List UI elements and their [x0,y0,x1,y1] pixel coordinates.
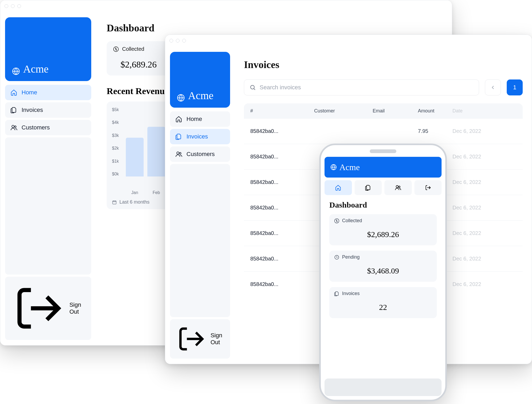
svg-rect-4 [113,201,116,204]
col-customer: Customer [314,108,373,114]
signout-button[interactable]: Sign Out [5,277,91,340]
y-tick: $2k [112,146,124,151]
traffic-light-close[interactable] [5,4,8,8]
cell-date: Dec 6, 2022 [452,205,500,211]
document-duplicate-icon [175,133,182,140]
traffic-light-min[interactable] [176,39,180,43]
calendar-icon [112,200,117,205]
table-row[interactable]: 85842ba0...7.95Dec 6, 2022 [244,118,523,144]
signout-label: Sign Out [69,301,86,315]
home-icon [335,184,341,191]
chart-footer-label: Last 6 months [119,199,149,205]
svg-point-2 [14,126,16,128]
chart-y-axis: $5k $4k $3k $2k $1k $0k [112,107,124,176]
nav-home[interactable]: Home [5,85,91,100]
search-placeholder: Search invoices [260,84,301,91]
users-icon [175,151,182,158]
stat-collected-value: $2,689.26 [334,224,432,242]
brand-name: Acme [188,89,214,102]
document-duplicate-icon [10,107,17,113]
traffic-light-max[interactable] [182,39,186,43]
arrow-left-icon [490,85,496,90]
revenue-chart-card: $5k $4k $3k $2k $1k $0k Jan Feb [107,102,171,209]
cell-date: Dec 6, 2022 [452,281,500,287]
stat-card-collected: Collected $2,689.26 [329,214,437,245]
cell-date: Dec 6, 2022 [452,179,500,185]
stat-invoices-label: Invoices [342,291,360,296]
traffic-light-close[interactable] [169,39,173,43]
nav-customers-label: Customers [22,124,50,131]
stat-collected-value: $2,689.26 [113,52,164,71]
document-duplicate-icon [334,291,339,296]
chart-bar [126,138,144,176]
signout-icon [10,281,65,336]
mobile-nav [325,180,442,195]
stat-collected-label: Collected [342,218,362,224]
nav-home-label: Home [186,116,202,123]
cell-invoice-number: 85842ba0... [250,154,314,160]
nav-invoices[interactable]: Invoices [170,129,230,144]
cell-date: Dec 6, 2022 [452,256,500,262]
cell-date: Dec 6, 2022 [452,230,500,236]
currency-dollar-icon [113,46,119,52]
table-header: # Customer Email Amount Date [244,103,523,118]
brand-tile: Acme [5,17,91,81]
y-tick: $4k [112,120,124,125]
tab-signout[interactable] [414,180,442,195]
phone-bottom-bar [325,378,442,396]
tab-customers[interactable] [384,180,412,195]
page-title: Invoices [244,59,523,70]
window-titlebar [0,0,452,12]
page-title: Dashboard [329,200,437,209]
nav-customers[interactable]: Customers [5,120,91,135]
window-titlebar [165,35,532,47]
nav-customers[interactable]: Customers [170,146,230,162]
svg-point-7 [179,153,181,154]
col-amount: Amount [418,108,452,114]
stat-invoices-value: 22 [334,296,432,314]
globe-icon [12,67,20,75]
y-tick: $0k [112,172,124,176]
stat-card-invoices: Invoices 22 [329,287,437,318]
revenue-chart: $5k $4k $3k $2k $1k $0k [112,107,165,187]
traffic-light-min[interactable] [11,4,15,8]
brand-name: Acme [23,63,49,75]
x-label: Feb [147,190,165,195]
col-email: Email [373,108,418,114]
pager-page-button[interactable]: 1 [507,79,523,95]
cell-invoice-number: 85842ba0... [250,230,314,236]
tab-invoices[interactable] [355,180,382,195]
search-input[interactable]: Search invoices [244,79,479,95]
svg-point-8 [251,85,254,89]
nav-invoices-label: Invoices [22,107,43,113]
nav-home-label: Home [22,89,37,96]
chart-bar [147,127,165,176]
document-duplicate-icon [365,184,371,191]
nav-home[interactable]: Home [170,111,230,127]
pager-page-number: 1 [513,84,516,91]
traffic-light-max[interactable] [17,4,21,8]
col-num: # [250,108,314,114]
signout-button[interactable]: Sign Out [170,319,230,359]
y-tick: $3k [112,133,124,138]
cell-invoice-number: 85842ba0... [250,281,314,287]
signout-label: Sign Out [210,332,225,346]
nav-invoices[interactable]: Invoices [5,102,91,118]
stat-card-pending: Pending $3,468.09 [329,251,437,282]
users-icon [395,184,401,191]
stat-pending-label: Pending [342,254,360,260]
currency-dollar-icon [334,218,339,224]
sidebar-nav: Home Invoices Customers [5,85,91,135]
nav-invoices-label: Invoices [186,133,208,140]
col-date: Date [452,108,500,114]
tab-home[interactable] [325,180,352,195]
brand-bar: Acme [325,157,442,178]
home-icon [175,116,182,123]
y-tick: $5k [112,107,124,112]
pager-prev-button[interactable] [485,79,501,95]
cell-amount: 7.95 [418,128,452,134]
sidebar: Acme Home Invoices Customers Si [0,12,96,345]
svg-point-11 [398,186,400,188]
globe-icon [177,94,185,102]
stat-collected-label: Collected [122,46,144,52]
